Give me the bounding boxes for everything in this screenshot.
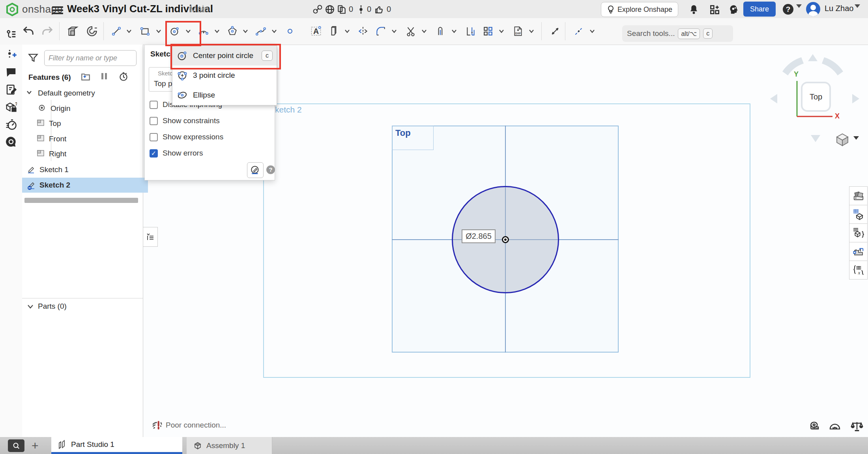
checkbox-show-errors[interactable]: ✓ Show errors: [150, 149, 203, 158]
construction-tool-caret-icon[interactable]: [589, 28, 596, 34]
offset-tool-caret-icon[interactable]: [451, 28, 458, 34]
slot-tool[interactable]: [326, 24, 341, 39]
undo-button[interactable]: [21, 24, 36, 39]
menu-item-ellipse[interactable]: Ellipse: [172, 85, 277, 105]
create-version-icon[interactable]: [5, 49, 17, 60]
help-icon[interactable]: ?: [783, 4, 793, 15]
rollback-bar[interactable]: [24, 198, 138, 203]
pattern-tool-caret-icon[interactable]: [498, 28, 505, 34]
tab-part-studio-1[interactable]: Part Studio 1: [51, 437, 182, 454]
search-tools[interactable]: Search tools... alt/⌥ c: [622, 25, 733, 42]
parts-section-header[interactable]: Parts (0): [27, 302, 67, 311]
tree-item-sketch-1[interactable]: Sketch 1: [22, 162, 148, 177]
public-globe-icon[interactable]: [325, 4, 335, 15]
sheet-metal-icon[interactable]: [65, 24, 80, 39]
parts-caret-icon[interactable]: [27, 304, 34, 309]
pattern-tool[interactable]: [481, 24, 496, 39]
filter-input[interactable]: [44, 50, 137, 66]
fillet-tool[interactable]: [373, 24, 388, 39]
copies-icon[interactable]: [337, 4, 347, 15]
versions-icon[interactable]: [356, 4, 366, 15]
circle-tool[interactable]: [167, 24, 182, 39]
spline-tool[interactable]: [253, 24, 268, 39]
menu-item-center-point-circle[interactable]: Center point circle c: [172, 46, 277, 66]
named-positions-panel-button[interactable]: [849, 242, 868, 261]
view-normal-to-sketch-button[interactable]: [247, 162, 264, 178]
hamburger-menu-icon[interactable]: [52, 5, 63, 16]
tree-item-default-geometry[interactable]: Default geometry: [22, 86, 146, 101]
app-store-grid-icon[interactable]: [709, 4, 720, 15]
add-tab-button[interactable]: +: [32, 437, 39, 454]
user-name[interactable]: Lu Zhao: [825, 4, 853, 13]
dialog-help-icon[interactable]: ?: [266, 165, 275, 174]
offset-tool[interactable]: [433, 24, 448, 39]
arc-tool[interactable]: [196, 24, 211, 39]
circle-center-point[interactable]: [502, 236, 509, 243]
trim-tool[interactable]: [403, 24, 418, 39]
add-folder-icon[interactable]: [80, 71, 91, 82]
notifications-bell-icon[interactable]: [688, 4, 699, 15]
dimension-tool[interactable]: [548, 24, 563, 39]
tree-item-origin[interactable]: Origin: [22, 101, 159, 116]
share-button[interactable]: Share: [743, 2, 776, 17]
arc-tool-caret-icon[interactable]: [213, 28, 221, 34]
variable-studio-panel-button[interactable]: x: [849, 261, 868, 280]
diameter-dimension[interactable]: Ø2.865: [462, 229, 496, 243]
tab-assembly-1[interactable]: Assembly 1: [187, 437, 272, 454]
tape-measure-icon[interactable]: [807, 420, 820, 433]
explore-onshape-button[interactable]: Explore Onshape: [601, 2, 678, 17]
point-tool[interactable]: [282, 24, 297, 39]
tree-item-top-plane[interactable]: Top: [22, 116, 157, 131]
use-project-tool[interactable]: [463, 24, 478, 39]
checkbox-show-expressions[interactable]: Show expressions: [150, 133, 223, 141]
checkbox-unchecked[interactable]: [150, 117, 158, 125]
tree-item-sketch-2-selected[interactable]: Sketch 2: [22, 178, 148, 193]
protractor-icon[interactable]: [829, 420, 841, 433]
construction-tool[interactable]: [571, 24, 586, 39]
learning-center-icon[interactable]: [5, 136, 17, 148]
tree-item-front-plane[interactable]: Front: [22, 131, 157, 146]
import-dxf-caret-icon[interactable]: [528, 28, 535, 34]
redo-button[interactable]: [40, 24, 55, 39]
feature-list-flyout-handle[interactable]: [143, 227, 158, 247]
configuration-variables-panel-button[interactable]: [849, 223, 868, 242]
workspace-name[interactable]: Main: [189, 4, 209, 15]
mass-properties-scale-icon[interactable]: [851, 420, 863, 433]
properties-lock-icon[interactable]: ?: [5, 101, 17, 113]
ai-assistant-icon[interactable]: [728, 4, 739, 15]
onshape-logo-icon[interactable]: [6, 3, 19, 16]
revolve-sketch-icon[interactable]: [84, 24, 99, 39]
checkbox-unchecked[interactable]: [150, 101, 158, 109]
checkbox-show-constraints[interactable]: Show constraints: [150, 116, 220, 125]
feature-list-icon[interactable]: [5, 29, 17, 41]
checkbox-unchecked[interactable]: [150, 133, 158, 141]
polygon-tool[interactable]: [225, 24, 240, 39]
view-cube-top-face[interactable]: Top: [801, 82, 831, 112]
tree-item-right-plane[interactable]: Right: [22, 146, 157, 161]
rollback-clock-icon[interactable]: [118, 71, 129, 82]
text-tool[interactable]: A: [309, 24, 324, 39]
suppress-pause-icon[interactable]: [99, 71, 110, 82]
share-link-icon[interactable]: [312, 4, 323, 15]
slot-tool-caret-icon[interactable]: [344, 28, 351, 34]
import-dxf-tool[interactable]: DXF: [511, 24, 526, 39]
line-tool[interactable]: [109, 24, 124, 39]
menu-item-3-point-circle[interactable]: 3 point circle: [172, 66, 277, 85]
spline-tool-caret-icon[interactable]: [271, 28, 278, 34]
notes-icon[interactable]: [5, 84, 17, 96]
help-caret-icon[interactable]: [796, 8, 802, 15]
performance-icon[interactable]: [5, 118, 17, 130]
likes-icon[interactable]: [374, 4, 384, 15]
rectangle-tool-caret-icon[interactable]: [155, 28, 162, 34]
avatar[interactable]: [806, 2, 820, 16]
rectangle-tool[interactable]: [138, 24, 153, 39]
circle-tool-caret-icon[interactable]: [185, 28, 192, 34]
collapse-caret-icon[interactable]: [25, 88, 35, 98]
comments-icon[interactable]: [5, 66, 17, 78]
tab-manager-button[interactable]: [8, 439, 24, 452]
configurations-panel-button[interactable]: [849, 205, 868, 224]
mirror-tool[interactable]: [355, 24, 370, 39]
fillet-tool-caret-icon[interactable]: [391, 28, 398, 34]
trim-tool-caret-icon[interactable]: [421, 28, 428, 34]
polygon-tool-caret-icon[interactable]: [242, 28, 249, 34]
